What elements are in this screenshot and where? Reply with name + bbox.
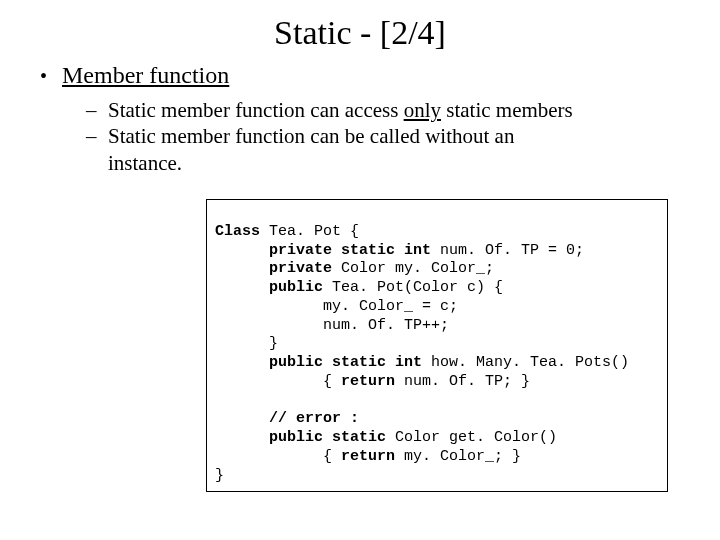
bullet-dot-icon: •: [40, 65, 62, 88]
code-kw: private: [215, 260, 332, 277]
code-text: num. Of. TP = 0;: [431, 242, 584, 259]
sub-bullet-2a: – Static member function can be called w…: [86, 123, 720, 149]
sub1-only: only: [404, 98, 441, 122]
sub1-post: static members: [441, 98, 573, 122]
code-text: how. Many. Tea. Pots(): [422, 354, 629, 371]
code-kw: Class: [215, 223, 260, 240]
code-kw: public: [215, 279, 323, 296]
sub2-line-b: instance.: [108, 150, 182, 176]
sub-bullets: – Static member function can access only…: [0, 89, 720, 176]
code-text: {: [215, 448, 341, 465]
sub1-pre: Static member function can access: [108, 98, 404, 122]
heading-text: Member function: [62, 62, 229, 89]
code-text: num. Of. TP; }: [395, 373, 530, 390]
sub-bullet-2b: instance.: [86, 150, 720, 176]
code-kw: public static int: [215, 354, 422, 371]
code-kw: return: [341, 448, 395, 465]
code-kw: private static int: [215, 242, 431, 259]
sub1-text: Static member function can access only s…: [108, 97, 573, 123]
code-comment: // error :: [215, 410, 359, 427]
code-kw: return: [341, 373, 395, 390]
dash-icon: –: [86, 97, 108, 123]
code-blank: [215, 392, 224, 409]
code-text: my. Color_; }: [395, 448, 521, 465]
sub-bullet-1: – Static member function can access only…: [86, 97, 720, 123]
dash-icon: –: [86, 123, 108, 149]
code-kw: public static: [215, 429, 386, 446]
code-text: Color get. Color(): [386, 429, 557, 446]
code-text: Tea. Pot(Color c) {: [323, 279, 503, 296]
code-text: Color my. Color_;: [332, 260, 494, 277]
code-text: }: [215, 467, 224, 484]
code-text: num. Of. TP++;: [215, 317, 449, 334]
slide: Static - [2/4] • Member function – Stati…: [0, 0, 720, 540]
code-text: my. Color_ = c;: [215, 298, 458, 315]
bullet-level1: • Member function: [0, 62, 720, 89]
code-box: Class Tea. Pot { private static int num.…: [206, 199, 668, 492]
slide-title: Static - [2/4]: [0, 0, 720, 58]
code-text: Tea. Pot {: [260, 223, 359, 240]
code-text: }: [215, 335, 278, 352]
sub2-line-a: Static member function can be called wit…: [108, 123, 514, 149]
code-text: {: [215, 373, 341, 390]
